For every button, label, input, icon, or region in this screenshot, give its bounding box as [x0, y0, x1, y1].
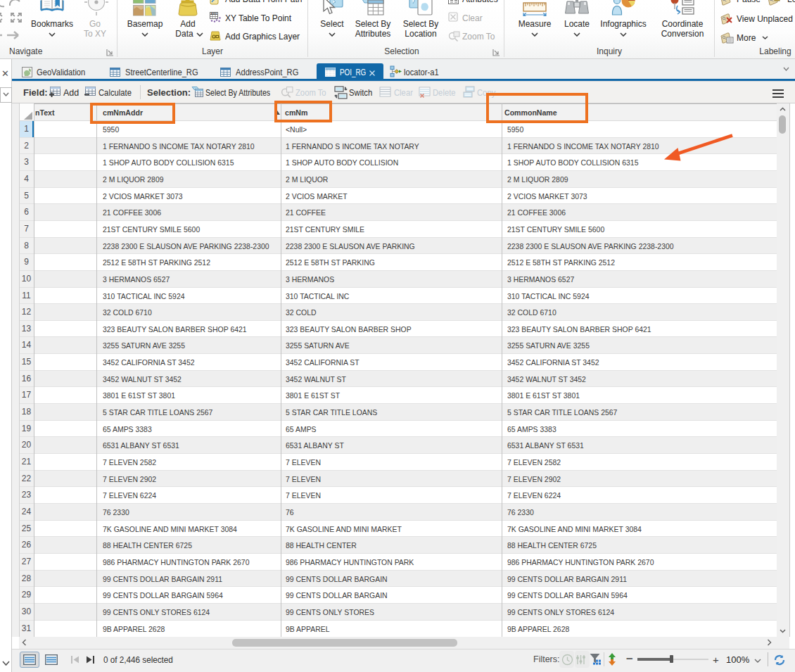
svg-text:EXY: EXY [211, 12, 217, 15]
